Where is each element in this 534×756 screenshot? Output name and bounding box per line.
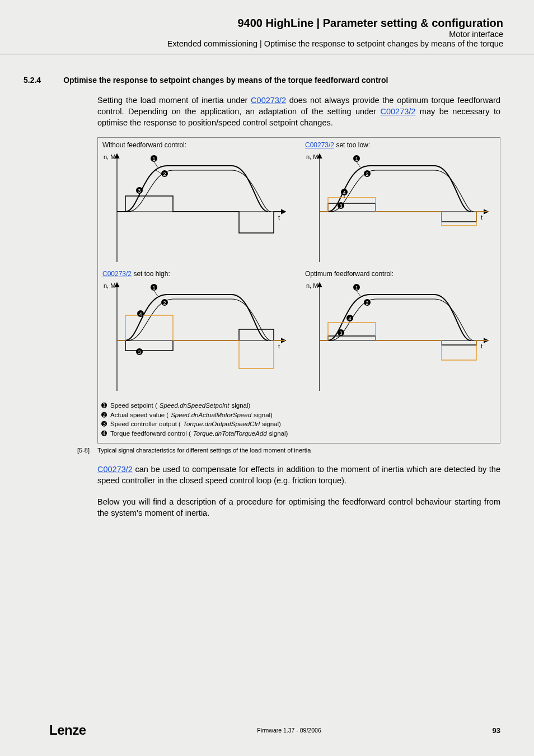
svg-text:2: 2 <box>366 171 368 177</box>
figure-legend: ➊ Speed setpoint (Speed.dnSpeedSetpoint … <box>100 399 498 438</box>
graph-grid: Without feedforward control: n, M t <box>100 141 498 438</box>
graph-c-caption: C00273/2 set too high: <box>100 270 295 278</box>
legend-1-sig: Speed.dnSpeedSetpoint <box>160 401 229 410</box>
svg-text:t: t <box>278 214 280 221</box>
link-c00273-graph-c[interactable]: C00273/2 <box>102 270 132 278</box>
graph-d-caption: Optimum feedforward control: <box>303 270 498 278</box>
legend-symbol-1: ➊ <box>100 401 108 410</box>
graph-b-caption-post: set too low: <box>334 141 370 149</box>
link-c00273-3[interactable]: C00273/2 <box>97 465 133 474</box>
svg-text:n, M: n, M <box>104 153 115 160</box>
link-c00273-graph-b[interactable]: C00273/2 <box>305 141 334 149</box>
svg-text:3: 3 <box>138 349 140 355</box>
figure-block: Without feedforward control: n, M t <box>97 137 500 444</box>
graph-d: Optimum feedforward control: n, M t 1 2 … <box>303 270 498 396</box>
graph-b-svg: n, M t 1 2 4 3 <box>303 150 493 268</box>
header-title: 9400 HighLine | Parameter setting & conf… <box>34 17 503 30</box>
paragraph-2: C00273/2 can be used to compensate for e… <box>97 464 500 486</box>
document-page: 9400 HighLine | Parameter setting & conf… <box>0 0 534 756</box>
legend-1-post: signal) <box>231 401 250 410</box>
svg-text:t: t <box>481 343 483 349</box>
graph-b: C00273/2 set too low: n, M t 1 2 <box>303 141 498 268</box>
legend-3-pre: Speed controller output ( <box>110 419 181 429</box>
graph-a-caption: Without feedforward control: <box>100 141 295 149</box>
svg-text:n, M: n, M <box>104 282 115 289</box>
svg-text:n, M: n, M <box>306 282 318 289</box>
svg-text:3: 3 <box>339 330 342 336</box>
graph-a-svg: n, M t 1 2 3 <box>100 150 291 268</box>
section-title: Optimise the response to setpoint change… <box>63 76 388 85</box>
legend-row-3: ➌ Speed controller output (Torque.dnOutp… <box>100 419 498 429</box>
svg-text:1: 1 <box>355 156 358 162</box>
section-heading: 5.2.4 Optimise the response to setpoint … <box>49 76 500 85</box>
svg-text:4: 4 <box>348 316 351 321</box>
figure-number: [5-8] <box>77 447 90 454</box>
page-header: 9400 HighLine | Parameter setting & conf… <box>34 17 503 48</box>
svg-text:1: 1 <box>355 285 358 291</box>
figure-description: Typical signal characteristics for diffe… <box>97 447 311 454</box>
para2-text: can be used to compensate for effects in… <box>97 465 500 485</box>
legend-1-pre: Speed setpoint ( <box>110 401 157 410</box>
svg-text:2: 2 <box>163 171 166 177</box>
svg-text:t: t <box>278 343 280 349</box>
legend-symbol-2: ➋ <box>100 410 108 420</box>
legend-3-post: signal) <box>262 419 281 429</box>
legend-symbol-4: ➍ <box>100 429 108 438</box>
svg-text:2: 2 <box>163 300 166 306</box>
legend-row-4: ➍ Torque feedforward control (Torque.dnT… <box>100 429 498 438</box>
graph-b-caption: C00273/2 set too low: <box>303 141 498 149</box>
svg-text:4: 4 <box>343 190 345 195</box>
page-footer: Lenze Firmware 1.37 - 09/2006 93 <box>49 722 500 738</box>
section-number: 5.2.4 <box>24 76 41 85</box>
svg-text:3: 3 <box>339 203 342 209</box>
svg-text:3: 3 <box>138 188 140 194</box>
page-number: 93 <box>493 726 500 735</box>
graph-a: Without feedforward control: n, M t <box>100 141 295 268</box>
legend-2-pre: Actual speed value ( <box>110 410 168 420</box>
svg-text:1: 1 <box>152 156 155 162</box>
link-c00273-2[interactable]: C00273/2 <box>381 107 416 116</box>
paragraph-3: Below you will find a description of a p… <box>97 496 500 519</box>
legend-symbol-3: ➌ <box>100 419 108 429</box>
svg-text:n, M: n, M <box>306 153 318 160</box>
paragraph-1: Setting the load moment of inertia under… <box>97 95 500 128</box>
legend-4-post: signal) <box>269 429 288 438</box>
legend-row-1: ➊ Speed setpoint (Speed.dnSpeedSetpoint … <box>100 401 498 410</box>
legend-2-sig: Speed.dnActualMotorSpeed <box>171 410 251 420</box>
para1-text-1: Setting the load moment of inertia under <box>97 96 251 105</box>
header-subtitle-1: Motor interface <box>34 30 503 39</box>
svg-text:4: 4 <box>139 311 142 317</box>
figure-label: [5-8] Typical signal characteristics for… <box>77 447 500 454</box>
brand-logo: Lenze <box>49 722 86 738</box>
legend-4-sig: Torque.dnTotalTorqueAdd <box>193 429 267 438</box>
svg-text:2: 2 <box>366 300 368 306</box>
graph-c-caption-post: set too high: <box>132 270 170 278</box>
graph-d-svg: n, M t 1 2 4 3 <box>303 279 493 396</box>
graph-c: C00273/2 set too high: n, M t 1 2 <box>100 270 295 396</box>
svg-text:t: t <box>481 214 483 221</box>
svg-text:1: 1 <box>152 285 155 291</box>
legend-2-post: signal) <box>254 410 273 420</box>
footer-center: Firmware 1.37 - 09/2006 <box>257 727 321 734</box>
graph-c-svg: n, M t 1 2 4 3 <box>100 279 291 396</box>
header-rule <box>0 54 534 54</box>
legend-3-sig: Torque.dnOutputSpeedCtrl <box>183 419 260 429</box>
link-c00273-1[interactable]: C00273/2 <box>251 96 286 105</box>
legend-row-2: ➋ Actual speed value (Speed.dnActualMoto… <box>100 410 498 420</box>
header-subtitle-2: Extended commissioning | Optimise the re… <box>34 39 503 48</box>
legend-4-pre: Torque feedforward control ( <box>110 429 191 438</box>
